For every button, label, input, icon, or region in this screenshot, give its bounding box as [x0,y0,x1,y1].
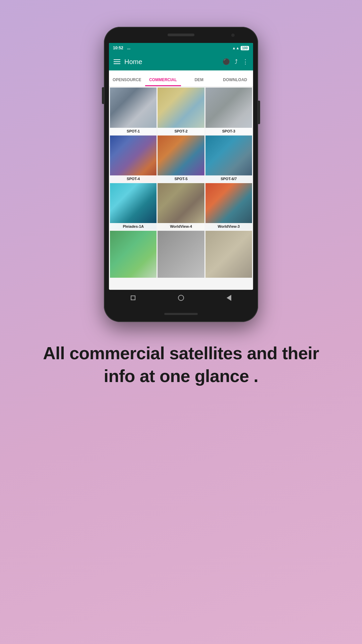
satellite-grid: SPOT-1SPOT-2SPOT-3SPOT-4SPOT-5SPOT-6/7Pl… [109,87,253,278]
tab-download[interactable]: DOWNLOAD [217,73,253,86]
battery-display: 100 [241,46,249,50]
satellite-grid-container: SPOT-1SPOT-2SPOT-3SPOT-4SPOT-5SPOT-6/7Pl… [109,87,253,289]
phone-top-bar [104,27,258,43]
more-options-button[interactable]: ⋮ [242,58,248,65]
satellite-item-wv4[interactable]: WorldView-4 [158,183,204,230]
status-right-icons: ▲▲ 100 [232,46,249,50]
volume-button [102,87,104,104]
satellite-label-wv4: WorldView-4 [158,223,204,230]
profile-button[interactable]: ⚫ [223,58,230,65]
satellite-label-spot1: SPOT-1 [110,128,157,135]
app-bar: Home ⚫ ⤴ ⋮ [109,53,253,70]
speaker [168,34,194,36]
satellite-item-partial3[interactable] [205,231,252,277]
phone-shell: 10:52 ... ▲▲ 100 Home ⚫ ⤴ ⋮ [104,27,258,322]
home-indicator [164,313,198,315]
menu-button[interactable] [114,59,120,64]
signal-icon: ▲▲ [232,46,240,50]
power-button [258,101,260,124]
satellite-label-spot5: SPOT-5 [158,175,204,182]
satellite-item-spot3[interactable]: SPOT-3 [205,88,252,134]
satellite-label-wv3: WorldView-3 [205,223,252,230]
satellite-item-wv3[interactable]: WorldView-3 [205,183,252,230]
satellite-item-spot2[interactable]: SPOT-2 [158,88,204,134]
phone-nav-bar [109,290,253,306]
caption-text: All commercial satellites and their info… [0,342,362,387]
satellite-label-spot6: SPOT-6/7 [205,175,252,182]
nav-back-button[interactable] [226,294,232,301]
front-camera [231,34,235,37]
time-display: 10:52 [113,46,123,50]
satellite-item-spot6[interactable]: SPOT-6/7 [205,136,252,182]
app-title: Home [124,58,142,66]
app-bar-right: ⚫ ⤴ ⋮ [223,58,248,65]
nav-home-button[interactable] [178,294,184,301]
status-dots: ... [127,46,130,50]
satellite-item-partial2[interactable] [158,231,204,277]
share-button[interactable]: ⤴ [235,58,238,65]
tab-dem[interactable]: DEM [181,73,217,86]
status-bar: 10:52 ... ▲▲ 100 [109,43,253,53]
tab-opensource[interactable]: OPENSOURCE [109,73,145,86]
satellite-item-spot1[interactable]: SPOT-1 [110,88,157,134]
satellite-label-spot2: SPOT-2 [158,128,204,135]
nav-recents-button[interactable] [130,294,136,301]
tab-commercial[interactable]: COMMERCIAL [145,73,181,86]
tabs-bar: OPENSOURCE COMMERCIAL DEM DOWNLOAD [109,70,253,87]
app-bar-left: Home [114,58,142,66]
satellite-item-spot4[interactable]: SPOT-4 [110,136,157,182]
status-time-area: 10:52 ... [113,46,130,50]
phone-bottom [104,306,258,322]
satellite-label-spot4: SPOT-4 [110,175,157,182]
satellite-label-spot3: SPOT-3 [205,128,252,135]
satellite-item-partial1[interactable] [110,231,157,277]
satellite-item-pleiades[interactable]: Pleiades-1A [110,183,157,230]
satellite-label-pleiades: Pleiades-1A [110,223,157,230]
phone-screen: 10:52 ... ▲▲ 100 Home ⚫ ⤴ ⋮ [109,43,253,289]
satellite-item-spot5[interactable]: SPOT-5 [158,136,204,182]
